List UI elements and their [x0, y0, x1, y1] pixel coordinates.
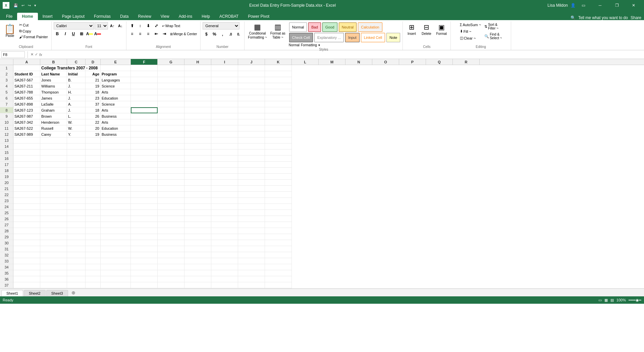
cell-f28[interactable] — [131, 228, 158, 234]
cell-c34[interactable] — [67, 264, 86, 270]
cell-g30[interactable] — [158, 240, 184, 246]
cell-b20[interactable] — [40, 180, 67, 186]
tab-page-layout[interactable]: Page Layout — [57, 13, 89, 20]
cell-j9[interactable] — [238, 113, 265, 119]
cell-b26[interactable] — [40, 216, 67, 222]
cell-g6[interactable] — [158, 95, 184, 101]
cell-g1[interactable] — [158, 65, 184, 71]
cell-f4[interactable] — [131, 83, 158, 89]
cell-h6[interactable] — [184, 95, 211, 101]
cell-b5[interactable]: Thompson — [40, 89, 67, 95]
cell-e9[interactable]: Business — [101, 113, 131, 119]
cell-c24[interactable] — [67, 204, 86, 210]
align-left-button[interactable]: ≡ — [128, 30, 136, 38]
cell-b1[interactable]: College Transfers 2007 - 2008 — [40, 65, 67, 71]
cell-j10[interactable] — [238, 119, 265, 125]
cell-a2[interactable]: Student ID — [13, 71, 40, 77]
row-num-8[interactable]: 8 — [0, 107, 13, 113]
row-num-32[interactable]: 32 — [0, 252, 13, 258]
cell-b8[interactable]: Graham — [40, 107, 67, 113]
cell-d27[interactable] — [86, 222, 101, 228]
cell-e27[interactable] — [101, 222, 131, 228]
col-header-c[interactable]: C — [67, 59, 86, 65]
row-num-28[interactable]: 28 — [0, 228, 13, 234]
style-normal[interactable]: Normal — [289, 22, 307, 32]
cell-c3[interactable]: B. — [67, 77, 86, 83]
cell-i31[interactable] — [211, 246, 238, 252]
cell-h32[interactable] — [184, 252, 211, 258]
cell-i15[interactable] — [211, 150, 238, 156]
cell-c7[interactable]: A. — [67, 101, 86, 107]
cell-j22[interactable] — [238, 192, 265, 198]
cell-a7[interactable]: SA267-898 — [13, 101, 40, 107]
cell-e22[interactable] — [101, 192, 131, 198]
fill-button[interactable]: ⬇ Fill ~ — [459, 28, 483, 34]
cell-f32[interactable] — [131, 252, 158, 258]
cell-h36[interactable] — [184, 276, 211, 282]
cell-f9[interactable] — [131, 113, 158, 119]
tab-home[interactable]: Home — [17, 13, 38, 20]
row-num-13[interactable]: 13 — [0, 137, 13, 143]
cell-h29[interactable] — [184, 234, 211, 240]
cell-g17[interactable] — [158, 162, 184, 168]
cell-f27[interactable] — [131, 222, 158, 228]
cell-e5[interactable]: Arts — [101, 89, 131, 95]
cell-j32[interactable] — [238, 252, 265, 258]
cell-f25[interactable] — [131, 210, 158, 216]
cell-a33[interactable] — [13, 258, 40, 264]
cell-c36[interactable] — [67, 276, 86, 282]
cell-k35[interactable] — [265, 270, 292, 276]
col-header-r[interactable]: R — [453, 59, 480, 65]
cell-i16[interactable] — [211, 156, 238, 162]
cell-c12[interactable]: Y. — [67, 131, 86, 137]
row-num-9[interactable]: 9 — [0, 113, 13, 119]
cell-b35[interactable] — [40, 270, 67, 276]
cell-c21[interactable] — [67, 186, 86, 192]
row-num-35[interactable]: 35 — [0, 270, 13, 276]
cell-i14[interactable] — [211, 143, 238, 150]
cell-i33[interactable] — [211, 258, 238, 264]
cell-a31[interactable] — [13, 246, 40, 252]
cell-d25[interactable] — [86, 210, 101, 216]
cell-d23[interactable] — [86, 198, 101, 204]
cell-d35[interactable] — [86, 270, 101, 276]
cell-e23[interactable] — [101, 198, 131, 204]
col-header-k[interactable]: K — [265, 59, 292, 65]
cell-k6[interactable] — [265, 95, 292, 101]
cell-j36[interactable] — [238, 276, 265, 282]
cell-h9[interactable] — [184, 113, 211, 119]
cell-c14[interactable] — [67, 143, 86, 150]
cell-g19[interactable] — [158, 174, 184, 180]
cell-b24[interactable] — [40, 204, 67, 210]
row-num-29[interactable]: 29 — [0, 234, 13, 240]
comma-style-button[interactable]: , — [219, 31, 226, 38]
tab-addins[interactable]: Add-ins — [174, 13, 197, 20]
cell-k21[interactable] — [265, 186, 292, 192]
cell-g35[interactable] — [158, 270, 184, 276]
cell-g29[interactable] — [158, 234, 184, 240]
cell-f17[interactable] — [131, 162, 158, 168]
percent-style-button[interactable]: % — [211, 31, 218, 38]
col-header-l[interactable]: L — [292, 59, 319, 65]
cell-e8[interactable]: Arts — [101, 107, 131, 113]
cell-c11[interactable]: W. — [67, 125, 86, 131]
cell-g37[interactable] — [158, 282, 184, 288]
cell-g8[interactable] — [158, 107, 184, 113]
cell-a18[interactable] — [13, 168, 40, 174]
cell-k12[interactable] — [265, 131, 292, 137]
cell-f29[interactable] — [131, 234, 158, 240]
increase-decimal-button[interactable]: .0 — [227, 31, 234, 38]
cell-h12[interactable] — [184, 131, 211, 137]
cell-k30[interactable] — [265, 240, 292, 246]
cell-f19[interactable] — [131, 174, 158, 180]
underline-button[interactable]: U — [70, 30, 77, 38]
row-num-30[interactable]: 30 — [0, 240, 13, 246]
cell-k7[interactable] — [265, 101, 292, 107]
cell-g14[interactable] — [158, 143, 184, 150]
cell-k25[interactable] — [265, 210, 292, 216]
cell-b22[interactable] — [40, 192, 67, 198]
italic-button[interactable]: I — [62, 30, 69, 38]
cell-c15[interactable] — [67, 150, 86, 156]
normal-view-button[interactable]: ▭ — [598, 298, 602, 302]
cell-k34[interactable] — [265, 264, 292, 270]
